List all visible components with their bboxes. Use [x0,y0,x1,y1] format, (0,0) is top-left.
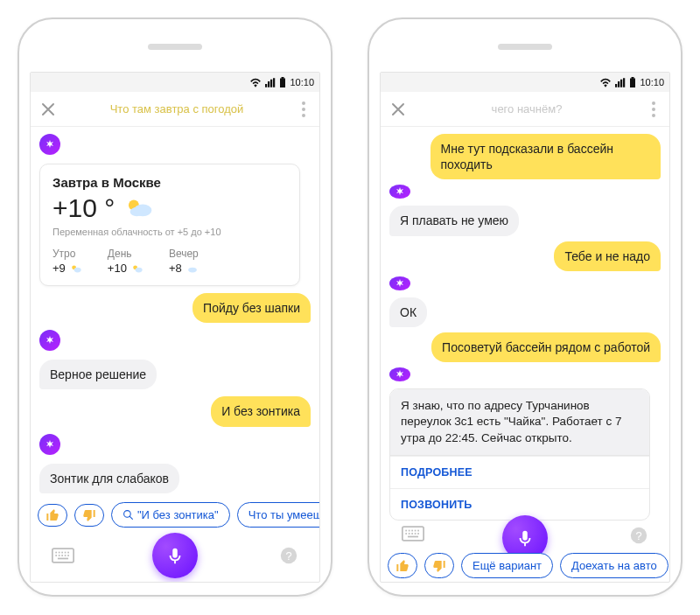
chat-area: Мне тут подсказали в бассейн походить Я … [381,127,669,521]
weather-part-morning: Утро +9 [52,248,83,275]
weather-part-value: +8 [169,262,182,275]
status-time: 10:10 [290,77,314,87]
assistant-avatar-icon [389,185,410,199]
suggestion-chip[interactable]: Доехать на авто [560,553,668,578]
signal-icon [265,78,276,87]
user-message[interactable]: Мне тут подсказали в бассейн походить [430,134,662,179]
status-time: 10:10 [640,77,664,87]
chip-label: Что ты умеешь [248,508,319,521]
svg-rect-28 [417,530,419,532]
svg-point-2 [130,207,144,216]
keyboard-icon[interactable] [402,526,424,545]
chip-label: "И без зонтика" [137,508,219,521]
svg-rect-15 [55,555,57,556]
assistant-message[interactable]: ОК [389,297,427,327]
thumbs-down-chip[interactable] [74,504,104,527]
screen: 10:10 чего начнём? Мне тут подсказали в … [380,72,670,583]
user-message[interactable]: Посоветуй бассейн рядом с работой [431,332,661,362]
chat-area: Завтра в Москве +10 ° Переменная облачно… [31,127,319,495]
info-card: Я знаю, что по адресу Турчанинов переуло… [389,388,650,521]
suggestion-chips: Ещё вариант Доехать на авто [381,553,669,578]
top-hint-text: Что там завтра с погодой [66,102,288,115]
assistant-message[interactable]: Зонтик для слабаков [39,464,179,493]
svg-rect-27 [415,530,416,532]
assistant-avatar-icon [389,367,410,381]
close-icon[interactable] [386,97,410,122]
svg-rect-17 [61,555,63,556]
weather-temp: +10 ° [52,193,115,223]
keyboard-icon[interactable] [52,548,74,567]
svg-rect-14 [67,552,69,554]
svg-rect-25 [409,530,410,532]
assistant-avatar-icon [39,330,60,351]
menu-dots-icon[interactable] [643,101,664,117]
phone-left: 10:10 Что там завтра с погодой Завтра в … [18,17,332,597]
svg-rect-33 [417,533,419,535]
suggestion-chip[interactable]: Что ты умеешь [237,502,319,528]
assistant-avatar-icon [39,434,60,455]
screen: 10:10 Что там завтра с погодой Завтра в … [30,72,320,583]
svg-rect-31 [411,533,413,535]
info-action-details[interactable]: ПОДРОБНЕЕ [390,456,649,488]
battery-icon [279,77,286,87]
assistant-message[interactable]: Верное решение [39,360,157,389]
svg-rect-20 [58,558,68,560]
mic-icon [165,546,185,565]
svg-text:?: ? [635,529,641,542]
thumbs-up-chip[interactable] [38,504,67,527]
suggestion-chips: "И без зонтика" Что ты умеешь [31,495,319,533]
svg-rect-29 [405,533,407,535]
help-icon[interactable]: ? [629,526,648,549]
phone-speaker [498,44,552,50]
svg-text:?: ? [285,549,291,563]
thumbs-down-chip[interactable] [424,553,454,578]
weather-part-label: День [108,248,144,260]
svg-rect-18 [65,555,66,556]
weather-part-value: +10 [108,262,127,275]
info-card-text: Я знаю, что по адресу Турчанинов переуло… [390,389,649,456]
weather-subtitle: Переменная облачность от +5 до +10 [52,227,287,237]
phone-speaker [148,44,202,50]
top-bar: Что там завтра с погодой [31,92,319,127]
svg-rect-24 [405,530,407,532]
chip-label: Ещё вариант [472,559,542,572]
weather-title: Завтра в Москве [52,175,287,190]
top-bar: чего начнём? [381,92,669,127]
bottom-bar: ? [31,533,319,582]
svg-rect-19 [67,555,69,556]
search-icon [122,509,134,521]
weather-part-label: Вечер [169,248,200,260]
svg-rect-30 [409,533,410,535]
weather-part-label: Утро [52,248,83,260]
weather-part-value: +9 [52,262,66,275]
menu-dots-icon[interactable] [293,101,314,117]
weather-card[interactable]: Завтра в Москве +10 ° Переменная облачно… [39,164,300,286]
mic-button[interactable] [152,533,198,578]
wifi-icon [599,78,612,87]
thumbs-up-chip[interactable] [388,553,417,578]
mic-icon [515,528,535,548]
suggestion-chip[interactable]: Ещё вариант [461,553,553,578]
assistant-message[interactable]: Я плавать не умею [389,206,519,235]
assistant-avatar-icon [39,134,60,155]
close-icon[interactable] [36,97,60,122]
assistant-avatar-icon [389,276,410,290]
top-hint-text: чего начнём? [416,102,638,115]
bottom-bar: ? Ещё вариант Доехать на авто [381,521,669,582]
svg-rect-16 [59,555,60,556]
svg-point-6 [135,267,142,272]
svg-point-7 [188,267,197,272]
weather-part-day: День +10 [108,248,144,275]
user-message[interactable]: Пойду без шапки [192,293,311,323]
battery-icon [629,77,636,87]
user-message[interactable]: И без зонтика [211,396,311,426]
svg-rect-13 [65,552,66,554]
svg-point-4 [74,267,80,272]
svg-rect-26 [411,530,413,532]
user-message[interactable]: Тебе и не надо [554,241,661,271]
weather-part-evening: Вечер +8 [169,248,200,275]
suggestion-chip-search[interactable]: "И без зонтика" [111,502,230,528]
status-bar: 10:10 [31,73,319,92]
svg-rect-12 [61,552,63,554]
help-icon[interactable]: ? [279,546,298,569]
